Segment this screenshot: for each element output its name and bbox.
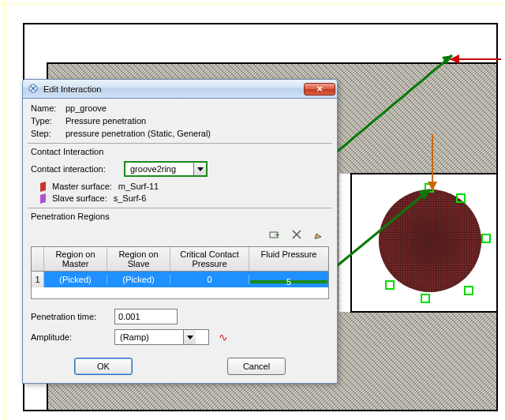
svg-text:+: + bbox=[275, 230, 279, 239]
contact-interaction-label: Contact interaction: bbox=[31, 164, 119, 174]
load-arrow-red bbox=[442, 47, 505, 71]
master-surface-icon bbox=[40, 182, 46, 192]
master-surface-value: m_Surf-11 bbox=[118, 182, 159, 191]
chevron-down-icon bbox=[197, 167, 204, 171]
close-button[interactable]: ✕ bbox=[304, 83, 335, 96]
svg-marker-8 bbox=[428, 182, 437, 191]
selection-marker bbox=[421, 294, 430, 303]
type-value: Pressure penetration bbox=[65, 116, 146, 126]
col-slave: Region on Slave bbox=[107, 247, 170, 271]
edit-interaction-dialog: Edit Interaction ✕ Name:pp_groove Type:P… bbox=[22, 79, 338, 384]
slave-surface-value: s_Surf-6 bbox=[114, 193, 147, 203]
dialog-titlebar[interactable]: Edit Interaction ✕ bbox=[23, 80, 337, 99]
add-row-button[interactable]: + bbox=[267, 227, 282, 242]
cell-critical-pressure[interactable]: 0 bbox=[170, 275, 249, 284]
contact-interaction-dropdown[interactable]: groove2ring bbox=[124, 161, 208, 177]
cell-slave[interactable]: (Picked) bbox=[107, 275, 170, 284]
table-header: Region on Master Region on Slave Critica… bbox=[32, 247, 328, 272]
type-label: Type: bbox=[31, 116, 61, 126]
cell-master[interactable]: (Picked) bbox=[44, 275, 107, 284]
regions-table[interactable]: Region on Master Region on Slave Critica… bbox=[31, 246, 329, 299]
amplitude-value: (Ramp) bbox=[115, 330, 183, 344]
dialog-title: Edit Interaction bbox=[43, 84, 299, 94]
cancel-button[interactable]: Cancel bbox=[227, 358, 286, 375]
amplitude-create-icon[interactable]: ∿ bbox=[219, 331, 228, 343]
ring-part bbox=[379, 189, 481, 292]
selection-marker bbox=[456, 193, 466, 203]
delete-row-button[interactable] bbox=[290, 227, 304, 242]
col-master: Region on Master bbox=[44, 247, 107, 271]
ok-button[interactable]: OK bbox=[74, 358, 133, 375]
edit-row-button[interactable] bbox=[312, 227, 326, 242]
svg-rect-1 bbox=[24, 24, 497, 63]
penetration-regions-heading: Penetration Regions bbox=[31, 212, 329, 221]
slave-surface-icon bbox=[40, 193, 46, 204]
chevron-down-icon bbox=[187, 336, 193, 339]
selection-marker bbox=[385, 280, 395, 290]
master-surface-label: Master surface: bbox=[52, 182, 112, 191]
app-icon bbox=[28, 83, 39, 96]
step-label: Step: bbox=[31, 129, 61, 138]
dropdown-button[interactable] bbox=[183, 330, 196, 344]
amplitude-label: Amplitude: bbox=[31, 332, 110, 342]
step-value: pressure penetration (Static, General) bbox=[65, 129, 211, 138]
row-index: 1 bbox=[32, 272, 44, 287]
selection-marker bbox=[464, 286, 473, 295]
load-arrow-orange bbox=[425, 134, 440, 197]
col-critical-pressure: Critical Contact Pressure bbox=[170, 247, 249, 271]
name-value: pp_groove bbox=[65, 103, 107, 113]
amplitude-dropdown[interactable]: (Ramp) bbox=[114, 329, 209, 345]
penetration-time-input[interactable]: 0.001 bbox=[114, 309, 178, 324]
selection-marker bbox=[481, 234, 491, 243]
name-label: Name: bbox=[31, 103, 61, 113]
slave-surface-label: Slave surface: bbox=[52, 193, 107, 203]
contact-interaction-heading: Contact Interaction bbox=[31, 147, 329, 156]
dropdown-button[interactable] bbox=[193, 163, 206, 175]
penetration-time-label: Penetration time: bbox=[31, 312, 110, 321]
svg-marker-6 bbox=[450, 54, 459, 64]
contact-interaction-value: groove2ring bbox=[125, 163, 193, 175]
table-row[interactable]: 1 (Picked) (Picked) 0 5 bbox=[32, 272, 328, 287]
col-fluid-pressure: Fluid Pressure bbox=[249, 247, 328, 271]
